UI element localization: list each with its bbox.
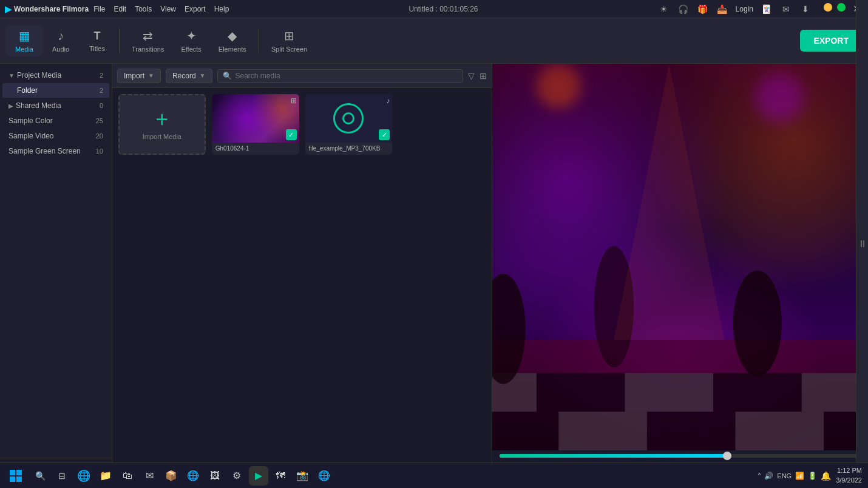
taskbar-chrome2-icon[interactable]: 🌐 [314, 466, 334, 486]
transitions-icon: ⇄ [143, 29, 153, 43]
svg-point-15 [733, 270, 782, 376]
tree-project-media[interactable]: ▼ Project Media 2 [2, 68, 109, 83]
menu-file[interactable]: File [93, 5, 105, 13]
taskbar-settings-icon[interactable]: ⚙ [227, 466, 246, 486]
svg-rect-22 [16, 470, 22, 475]
media-video-item[interactable]: ⊞ ✓ Gh010624-1 [212, 94, 299, 155]
menu-edit[interactable]: Edit [114, 5, 126, 13]
taskbar-search-icon[interactable]: 🔍 [30, 466, 50, 486]
import-dropdown[interactable]: Import ▼ [117, 69, 161, 83]
download-icon[interactable]: 📥 [716, 3, 728, 15]
sample-video-count: 20 [96, 132, 103, 140]
elements-icon: ◆ [228, 29, 237, 43]
video-thumbnail: ⊞ ✓ [212, 94, 299, 143]
notification-icon[interactable]: 🔔 [821, 471, 831, 481]
taskbar-store-icon[interactable]: 🛍 [118, 466, 137, 486]
export-button[interactable]: EXPORT [800, 30, 862, 52]
effects-icon: ✦ [186, 29, 197, 43]
media-audio-item[interactable]: ♪ ✓ file_example_MP3_700KB [305, 94, 393, 155]
folder-count: 2 [100, 87, 103, 94]
taskbar-filmora-icon[interactable]: ▶ [249, 466, 268, 486]
taskbar-right: ^ 🔊 ENG 📶 🔋 🔔 1:12 PM 3/9/2022 [758, 466, 862, 485]
main-layout: ▼ Project Media 2 Folder 2 ▶ Shared Medi… [0, 64, 868, 488]
toolbar-media-label: Media [15, 46, 33, 53]
toolbar-elements-label: Elements [219, 46, 246, 53]
headset-icon[interactable]: 🎧 [677, 3, 690, 15]
title-bar: ▶ Wondershare Filmora File Edit Tools Vi… [0, 0, 868, 18]
right-panel: 0:00:16:16 ⏮ ⏪ ▶ ⏹ 1/2 ▼ ⛶ 📷 🔊 ⚙ [492, 64, 868, 488]
taskbar-icons: 🔍 ⊟ 🌐 📁 🛍 ✉ 📦 🌐 🖼 ⚙ ▶ 🗺 📸 🌐 [30, 466, 334, 486]
progress-handle[interactable] [723, 452, 731, 460]
toolbar-audio-label: Audio [52, 46, 69, 53]
taskbar-edge-icon[interactable]: 🌐 [74, 466, 93, 486]
titles-icon: T [94, 30, 101, 42]
taskbar-maps-icon[interactable]: 🗺 [271, 466, 290, 486]
media-toolbar: Import ▼ Record ▼ 🔍 ▽ ⊞ [112, 64, 492, 88]
minimize-button[interactable] [824, 3, 832, 12]
project-media-label: Project Media [17, 71, 100, 80]
video-type-icon: ⊞ [291, 97, 297, 105]
grid-view-icon[interactable]: ⊞ [480, 71, 487, 81]
svg-rect-23 [10, 476, 15, 482]
gift-icon[interactable]: 🎁 [697, 3, 709, 15]
search-box[interactable]: 🔍 [217, 69, 463, 83]
taskbar: 🔍 ⊟ 🌐 📁 🛍 ✉ 📦 🌐 🖼 ⚙ ▶ 🗺 📸 🌐 ^ 🔊 ENG 📶 🔋 … [0, 463, 868, 488]
audio-icon: ♪ [58, 29, 64, 43]
mail-icon[interactable]: ✉ [780, 3, 792, 15]
folder-label: Folder [17, 86, 100, 95]
media-tree: ▼ Project Media 2 Folder 2 ▶ Shared Medi… [0, 64, 112, 458]
toolbar-effects[interactable]: ✦ Effects [172, 25, 209, 56]
filter-icon[interactable]: ▽ [468, 71, 475, 81]
tree-sample-green[interactable]: Sample Green Screen 10 [2, 144, 109, 158]
start-button[interactable] [6, 466, 25, 486]
tree-shared-media[interactable]: ▶ Shared Media 0 [2, 98, 109, 113]
systray-chevron-icon[interactable]: ^ [758, 472, 761, 479]
preview-svg [492, 64, 868, 450]
menu-tools[interactable]: Tools [135, 5, 152, 13]
menu-view[interactable]: View [160, 5, 176, 13]
toolbar-elements[interactable]: ◆ Elements [210, 25, 255, 56]
wifi-icon[interactable]: 📶 [795, 472, 804, 480]
taskbar-mail-icon[interactable]: ✉ [140, 466, 159, 486]
menu-export[interactable]: Export [185, 5, 206, 13]
main-toolbar: ▦ Media ♪ Audio T Titles ⇄ Transitions ✦… [0, 18, 868, 64]
taskbar-files-icon[interactable]: 📁 [96, 466, 115, 486]
app-name: Wondershare Filmora [14, 5, 89, 13]
menu-help[interactable]: Help [214, 5, 229, 13]
toolbar-media[interactable]: ▦ Media [6, 25, 42, 56]
toolbar-separator2 [259, 29, 259, 53]
import-media-item[interactable]: + Import Media [118, 94, 206, 155]
tree-sample-color[interactable]: Sample Color 25 [2, 114, 109, 128]
toolbar-titles[interactable]: T Titles [79, 26, 115, 56]
toolbar-separator [119, 29, 120, 53]
taskbar-chrome-icon[interactable]: 🌐 [183, 466, 203, 486]
login-button[interactable]: Login [736, 5, 753, 13]
systray-taskbar-icon1[interactable]: 🔊 [764, 472, 773, 480]
preview-area [492, 64, 868, 450]
battery-icon[interactable]: 🔋 [808, 472, 817, 480]
taskbar-taskview-icon[interactable]: ⊟ [52, 466, 72, 486]
search-input[interactable] [236, 72, 458, 80]
tree-sample-video[interactable]: Sample Video 20 [2, 129, 109, 143]
card-icon[interactable]: 🃏 [761, 3, 773, 15]
audio-check: ✓ [379, 129, 390, 140]
taskbar-dropbox-icon[interactable]: 📦 [161, 466, 181, 486]
date-label: 3/9/2022 [836, 476, 862, 485]
toolbar-splitscreen[interactable]: ⊞ Split Screen [263, 25, 316, 56]
taskbar-photos-icon[interactable]: 🖼 [205, 466, 225, 486]
toolbar-audio[interactable]: ♪ Audio [42, 25, 79, 56]
sun-icon[interactable]: ☀ [658, 3, 670, 15]
progress-bar[interactable] [500, 454, 861, 458]
toolbar-effects-label: Effects [181, 46, 201, 53]
import-media-label: Import Media [143, 133, 181, 140]
maximize-button[interactable] [837, 3, 846, 12]
taskbar-time[interactable]: 1:12 PM 3/9/2022 [836, 466, 862, 485]
tree-folder[interactable]: Folder 2 [2, 83, 109, 98]
center-panel: Import ▼ Record ▼ 🔍 ▽ ⊞ + Import Media [112, 64, 492, 488]
record-dropdown[interactable]: Record ▼ [166, 69, 212, 83]
toolbar-transitions[interactable]: ⇄ Transitions [123, 25, 172, 56]
search-icon: 🔍 [223, 72, 232, 80]
download2-icon[interactable]: ⬇ [799, 3, 812, 15]
audio-thumbnail: ♪ ✓ [305, 94, 393, 143]
taskbar-photos2-icon[interactable]: 📸 [293, 466, 312, 486]
